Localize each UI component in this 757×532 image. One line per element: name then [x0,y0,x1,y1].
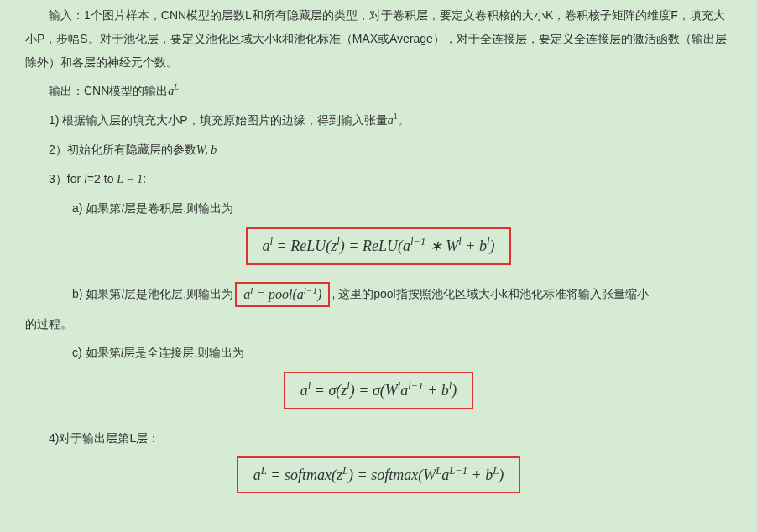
fc-eq: = [311,382,328,399]
step3-post: : [143,172,146,185]
fa-b: b [479,237,487,254]
fa-plus: + [462,237,479,254]
fa-rp2: ) [489,237,494,254]
math-var-a: a [388,114,394,127]
step3c-post: 层是全连接层,则输出为 [123,346,244,359]
fd-eq: = [267,467,285,483]
fc-W: W [385,382,398,399]
step3a-line: a) 如果第l层是卷积层,则输出为 [25,196,732,221]
step3b-pre: b) 如果第 [72,287,121,300]
step3-expr: L − 1 [117,173,143,185]
step2-pretext: 2）初始化所有隐藏层的参数 [49,143,196,156]
math-sup-L: L [174,82,179,91]
fd-a: a [253,467,261,483]
fd-plus: + [467,467,485,483]
step3b-mid: 层是池化层,则输出为 [124,287,233,300]
step3c-pre: c) 如果第 [72,346,121,359]
fa-W: W [446,237,458,254]
fb-pool: pool [269,287,292,301]
step1-line: 1) 根据输入层的填充大小P，填充原始图片的边缘，得到输入张量a1。 [25,108,732,133]
fc-plus: + [424,382,441,399]
step2-line: 2）初始化所有隐藏层的参数W, b [25,138,732,162]
step4-line: 4)对于输出层第L层： [25,426,732,450]
fd-L: L [261,465,267,477]
fa-a2: a [403,237,410,254]
fc-lm1: l−1 [408,380,423,392]
fa-relu2: ReLU [363,237,398,254]
fb-a2: a [297,287,304,301]
formula-c-row: al = σ(zl) = σ(Wlal−1 + bl) [25,372,732,409]
fb-lm1: l−1 [304,285,317,295]
fd-z: z [337,467,342,483]
fb-eq: = [253,287,269,301]
fc-b: b [441,382,449,399]
step2-math: W, b [196,143,217,156]
step3a-post: 层是卷积层,则输出为 [124,201,233,215]
fd-eq2: = [353,467,371,483]
formula-d-box: aL = softmax(zL) = softmax(WLaL−1 + bL) [237,456,520,494]
fd-zL: L [342,465,348,477]
fa-eq2: = [345,237,363,254]
fb-a: a [243,287,250,301]
fd-rp2: ) [499,467,504,483]
fa-lm1: l−1 [410,236,425,248]
fa-a: a [263,237,270,254]
step3b-line2: 的过程。 [25,312,732,336]
formula-d-row: aL = softmax(zL) = softmax(WLaL−1 + bL) [25,456,732,494]
step3a-pre: a) 如果第 [72,201,121,215]
output-line: 输出：CNN模型的输出aL [25,79,732,103]
step3-pre: 3）for [49,172,84,185]
intro-paragraph: 输入：1个图片样本，CNN模型的层数L和所有隐藏层的类型，对于卷积层，要定义卷积… [25,3,732,74]
formula-a-box: al = ReLU(zl) = ReLU(al−1 ∗ Wl + bl) [246,227,512,265]
fc-sigma2: σ [373,382,380,399]
fd-Lm1: L−1 [449,465,467,477]
step3c-line: c) 如果第l层是全连接层,则输出为 [25,341,732,365]
step1-math: a1 [388,114,398,127]
formula-b-box: al = pool(al−1) [235,282,330,307]
fa-star: ∗ [425,237,446,254]
fd-b: b [485,467,493,483]
output-math: aL [168,85,179,97]
fd-sm2: softmax [371,467,418,483]
step3-mid: =2 to [87,172,117,185]
fb-rp: ) [317,287,321,301]
document-body: 输入：1个图片样本，CNN模型的层数L和所有隐藏层的类型，对于卷积层，要定义卷积… [0,0,757,527]
fc-a: a [300,382,308,399]
fc-sigma: σ [328,382,336,399]
fc-rp2: ) [452,382,457,399]
fd-W: W [423,467,436,483]
step3b-line: b) 如果第l层是池化层,则输出为al = pool(al−1), 这里的poo… [25,282,732,307]
fc-eq2: = [355,382,373,399]
fa-relu: ReLU [290,237,326,254]
step1-post: 。 [398,113,410,127]
step3-line: 3）for l=2 to L − 1: [25,167,732,191]
fd-a2: a [441,467,449,483]
fd-sm: softmax [285,467,332,483]
fa-eq: = [273,237,290,254]
fc-a2: a [400,382,408,399]
formula-c-box: al = σ(zl) = σ(Wlal−1 + bl) [284,372,474,409]
step1-pretext: 1) 根据输入层的填充大小P，填充原始图片的边缘，得到输入张量 [49,113,388,127]
formula-a-row: al = ReLU(zl) = ReLU(al−1 ∗ Wl + bl) [25,227,732,265]
step3b-post-a: , 这里的pool指按照池化区域大小k和池化标准将输入张量缩小 [332,287,648,300]
output-pretext: 输出：CNN模型的输出 [49,84,168,97]
